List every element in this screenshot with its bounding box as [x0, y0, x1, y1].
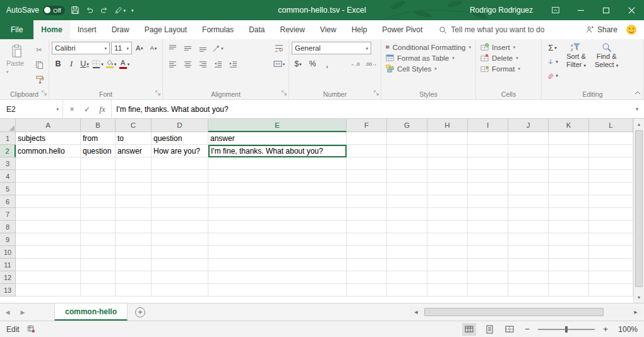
select-all-corner[interactable]: [0, 119, 16, 132]
font-family-select[interactable]: Calibri ▾: [52, 42, 110, 54]
bold-button[interactable]: B: [52, 58, 64, 70]
cell-I1[interactable]: [468, 132, 508, 145]
cut-button[interactable]: ✂: [32, 44, 46, 56]
scroll-up-button[interactable]: ▲: [634, 119, 644, 130]
cell-I7[interactable]: [468, 208, 508, 221]
cell-D10[interactable]: [152, 246, 208, 259]
cell-E11[interactable]: [208, 259, 347, 271]
column-header-E[interactable]: E: [208, 119, 347, 132]
cell-G2[interactable]: [387, 145, 427, 157]
cell-L1[interactable]: [589, 132, 633, 145]
insert-cells-button[interactable]: Insert ▾: [479, 42, 539, 52]
close-button[interactable]: [619, 0, 644, 20]
cell-D5[interactable]: [152, 183, 208, 195]
qat-customize-button[interactable]: ▾: [131, 8, 134, 13]
name-box[interactable]: E2 ▾: [0, 100, 63, 118]
tab-review[interactable]: Review: [272, 20, 312, 39]
cell-G3[interactable]: [387, 157, 427, 170]
fill-button[interactable]: ▾: [544, 56, 561, 68]
tab-view[interactable]: View: [313, 20, 344, 39]
hscroll-right-button[interactable]: ▶: [630, 307, 641, 317]
align-center-button[interactable]: [181, 58, 194, 70]
cell-H7[interactable]: [427, 208, 468, 221]
autosave-pill[interactable]: Off: [43, 6, 65, 15]
cell-A10[interactable]: [16, 246, 81, 259]
tab-file[interactable]: File: [0, 20, 33, 39]
column-header-I[interactable]: I: [468, 119, 508, 132]
share-button[interactable]: Share: [585, 25, 617, 34]
cell-H8[interactable]: [427, 221, 468, 233]
align-top-button[interactable]: [165, 42, 179, 54]
tellme-box[interactable]: Tell me what you want to do: [439, 20, 544, 39]
sheet-prev-button[interactable]: ◀: [0, 303, 15, 321]
cell-B10[interactable]: [81, 246, 116, 259]
cell-H10[interactable]: [427, 246, 468, 259]
cell-G10[interactable]: [387, 246, 427, 259]
cell-K4[interactable]: [549, 170, 589, 183]
cell-E13[interactable]: [208, 284, 347, 297]
cell-L5[interactable]: [589, 183, 633, 195]
cell-B6[interactable]: [81, 195, 116, 208]
align-left-button[interactable]: [165, 58, 179, 70]
cell-B13[interactable]: [81, 284, 116, 297]
cell-L13[interactable]: [589, 284, 633, 297]
sheet-next-button[interactable]: ▶: [15, 303, 30, 321]
increase-decimal-button[interactable]: ←.0: [350, 58, 362, 70]
cell-F10[interactable]: [347, 246, 387, 259]
horizontal-scroll-thumb[interactable]: [424, 308, 604, 316]
cell-H11[interactable]: [427, 259, 468, 271]
zoom-out-button[interactable]: −: [523, 324, 532, 334]
cell-E10[interactable]: [208, 246, 347, 259]
cell-J12[interactable]: [508, 271, 549, 284]
cell-I13[interactable]: [468, 284, 508, 297]
decrease-font-size-button[interactable]: A▾: [147, 42, 160, 54]
normal-view-button[interactable]: [462, 323, 476, 336]
cell-A7[interactable]: [16, 208, 81, 221]
cell-H5[interactable]: [427, 183, 468, 195]
cell-G7[interactable]: [387, 208, 427, 221]
cell-H6[interactable]: [427, 195, 468, 208]
cell-I12[interactable]: [468, 271, 508, 284]
cell-H3[interactable]: [427, 157, 468, 170]
tab-formulas[interactable]: Formulas: [194, 20, 241, 39]
increase-font-size-button[interactable]: A▾: [133, 42, 146, 54]
tab-power-pivot[interactable]: Power Pivot: [374, 20, 430, 39]
redo-button[interactable]: [100, 6, 109, 15]
number-dialog-launcher[interactable]: [374, 89, 379, 98]
cell-A3[interactable]: [16, 157, 81, 170]
cell-I10[interactable]: [468, 246, 508, 259]
autosum-button[interactable]: Σ▾: [544, 42, 561, 54]
row-header-12[interactable]: 12: [0, 271, 16, 284]
decrease-decimal-button[interactable]: .00→: [364, 58, 378, 70]
cell-K1[interactable]: [549, 132, 589, 145]
cell-C2[interactable]: answer: [116, 145, 152, 157]
cell-J5[interactable]: [508, 183, 549, 195]
accounting-format-button[interactable]: $ ▾: [292, 58, 304, 70]
vertical-scroll-thumb[interactable]: [635, 130, 643, 287]
row-header-5[interactable]: 5: [0, 183, 16, 195]
cell-J13[interactable]: [508, 284, 549, 297]
user-name[interactable]: Rodrigo Rodriguez: [470, 6, 533, 15]
format-cells-button[interactable]: Format ▾: [479, 63, 539, 74]
merge-center-button[interactable]: ▾: [272, 58, 286, 70]
cell-C5[interactable]: [116, 183, 152, 195]
cell-styles-button[interactable]: Cell Styles ▾: [384, 63, 473, 74]
cell-E1[interactable]: answer: [208, 132, 347, 145]
cell-E12[interactable]: [208, 271, 347, 284]
increase-indent-button[interactable]: [226, 58, 240, 70]
zoom-in-button[interactable]: +: [601, 324, 610, 334]
cell-J11[interactable]: [508, 259, 549, 271]
column-header-K[interactable]: K: [549, 119, 589, 132]
tab-help[interactable]: Help: [344, 20, 375, 39]
cell-B11[interactable]: [81, 259, 116, 271]
cell-D3[interactable]: [152, 157, 208, 170]
page-layout-view-button[interactable]: [482, 323, 496, 336]
column-header-D[interactable]: D: [152, 119, 208, 132]
cell-K9[interactable]: [549, 233, 589, 246]
decrease-indent-button[interactable]: [211, 58, 225, 70]
cell-E3[interactable]: [208, 157, 347, 170]
row-header-9[interactable]: 9: [0, 233, 16, 246]
cell-G9[interactable]: [387, 233, 427, 246]
cell-K10[interactable]: [549, 246, 589, 259]
cell-A11[interactable]: [16, 259, 81, 271]
